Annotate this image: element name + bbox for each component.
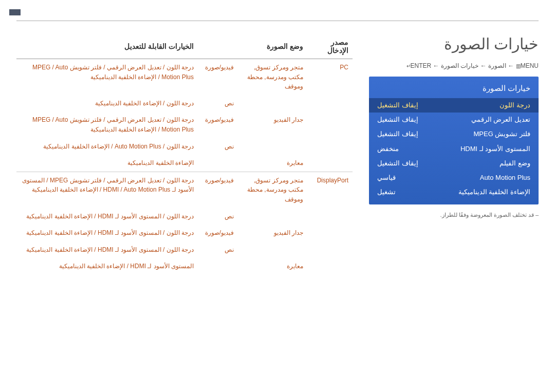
cell-options: درجة اللون / المستوى الأسود لـ HDMI / ال… xyxy=(16,225,198,241)
cell-mode xyxy=(238,138,307,155)
table-row: DisplayPortمتجر ومركز تسوق, مكتب ومدرسة,… xyxy=(16,172,353,208)
menu-icon: ▥ xyxy=(516,63,521,69)
top-rule xyxy=(16,21,539,21)
enter-label: ENTER xyxy=(411,62,432,69)
menu-item-value: إيقاف التشغيل xyxy=(377,101,418,110)
table-row: نصدرجة اللون / Auto Motion Plus / الإضاء… xyxy=(16,138,353,155)
menu-label: MENU xyxy=(521,62,539,69)
cell-source xyxy=(307,241,353,258)
table-row: نصدرجة اللون / المستوى الأسود لـ HDMI / … xyxy=(16,241,353,258)
cell-pic: نص xyxy=(198,241,238,258)
cell-mode xyxy=(238,208,307,225)
table-row: نصدرجة اللون / المستوى الأسود لـ HDMI / … xyxy=(16,208,353,225)
cell-pic: نص xyxy=(198,138,238,155)
table-row: جدار الفيديوفيديو/صورةدرجة اللون / تعديل… xyxy=(16,111,353,138)
arrow-icon: ← xyxy=(433,62,439,69)
cell-pic xyxy=(198,155,238,172)
th-options: الخيارات القابلة للتعديل xyxy=(16,35,198,59)
menu-panel: خيارات الصورة درجة اللونإيقاف التشغيلتعد… xyxy=(369,77,539,204)
cell-pic xyxy=(198,258,238,275)
table-row: معايرةالإضاءة الخلفية الديناميكية xyxy=(16,155,353,172)
cell-source xyxy=(307,225,353,241)
corner-accent xyxy=(9,9,21,15)
cell-options: درجة اللون / المستوى الأسود لـ HDMI / ال… xyxy=(16,208,198,225)
menu-item[interactable]: فلتر تشويش MPEGإيقاف التشغيل xyxy=(369,127,539,141)
menu-item-label: درجة اللون xyxy=(499,101,530,110)
cell-mode: معايرة xyxy=(238,155,307,172)
menu-item-label: وضع الفيلم xyxy=(499,159,530,168)
cell-options: المستوى الأسود لـ HDMI / الإضاءة الخلفية… xyxy=(16,258,198,275)
cell-options: درجة اللون / تعديل العرض الرقمي / فلتر ت… xyxy=(16,59,198,95)
cell-pic: فيديو/صورة xyxy=(198,111,238,138)
menu-item-value: إيقاف التشغيل xyxy=(377,115,418,124)
table-row: جدار الفيديوفيديو/صورةدرجة اللون / المست… xyxy=(16,225,353,241)
menu-item-value: تشغيل xyxy=(377,188,396,197)
cell-source xyxy=(307,208,353,225)
menu-item[interactable]: المستوى الأسود لـ HDMIمنخفض xyxy=(369,142,539,156)
cell-source: DisplayPort xyxy=(307,172,353,208)
breadcrumb: MENU▥ ← الصورة ← خيارات الصورة ← ENTER↵ xyxy=(369,62,539,69)
menu-item-label: تعديل العرض الرقمي xyxy=(471,115,530,124)
menu-item-label: فلتر تشويش MPEG xyxy=(473,129,530,139)
cell-pic: نص xyxy=(198,208,238,225)
cell-source xyxy=(307,258,353,275)
breadcrumb-seg: خيارات الصورة xyxy=(441,62,478,69)
arrow-icon: ← xyxy=(480,62,487,69)
menu-item[interactable]: تعديل العرض الرقميإيقاف التشغيل xyxy=(369,113,539,127)
cell-options: درجة اللون / Auto Motion Plus / الإضاءة … xyxy=(16,138,198,155)
cell-mode: جدار الفيديو xyxy=(238,111,307,138)
menu-item-value: قياسي xyxy=(377,173,396,182)
options-table: مصدر الإدخال وضع الصورة الخيارات القابلة… xyxy=(16,35,353,275)
menu-item[interactable]: درجة اللونإيقاف التشغيل xyxy=(369,98,539,113)
th-source: مصدر الإدخال xyxy=(307,35,353,59)
cell-mode: معايرة xyxy=(238,258,307,275)
menu-item-value: منخفض xyxy=(377,144,399,154)
cell-options: درجة اللون / المستوى الأسود لـ HDMI / ال… xyxy=(16,241,198,258)
table-row: نصدرجة اللون / الإضاءة الخلفية الديناميك… xyxy=(16,95,353,112)
cell-source xyxy=(307,111,353,138)
cell-mode xyxy=(238,95,307,112)
cell-source xyxy=(307,95,353,112)
table-row: معايرةالمستوى الأسود لـ HDMI / الإضاءة ا… xyxy=(16,258,353,275)
cell-pic: فيديو/صورة xyxy=(198,225,238,241)
breadcrumb-seg: الصورة xyxy=(488,62,506,69)
cell-pic: نص xyxy=(198,95,238,112)
cell-mode: متجر ومركز تسوق, مكتب ومدرسة, محطة وموقف xyxy=(238,59,307,95)
panel-title: خيارات الصورة xyxy=(369,82,539,98)
cell-pic: فيديو/صورة xyxy=(198,172,238,208)
menu-item[interactable]: وضع الفيلمإيقاف التشغيل xyxy=(369,156,539,171)
menu-item[interactable]: الإضاءة الخلفية الديناميكيةتشغيل xyxy=(369,185,539,199)
cell-source xyxy=(307,155,353,172)
page-title: خيارات الصورة xyxy=(369,35,539,53)
menu-item-value: إيقاف التشغيل xyxy=(377,159,418,168)
model-note: – قد تختلف الصورة المعروضة وفقًا للطراز. xyxy=(369,212,539,218)
cell-mode xyxy=(238,241,307,258)
arrow-icon: ← xyxy=(508,62,514,69)
menu-item-label: المستوى الأسود لـ HDMI xyxy=(460,144,530,154)
menu-item-label: Auto Motion Plus xyxy=(480,173,530,182)
cell-options: درجة اللون / تعديل العرض الرقمي / فلتر ت… xyxy=(16,111,198,138)
menu-item[interactable]: Auto Motion Plusقياسي xyxy=(369,171,539,185)
menu-item-label: الإضاءة الخلفية الديناميكية xyxy=(458,188,530,197)
cell-pic: فيديو/صورة xyxy=(198,59,238,95)
cell-source: PC xyxy=(307,59,353,95)
table-row: PCمتجر ومركز تسوق, مكتب ومدرسة, محطة ومو… xyxy=(16,59,353,95)
enter-icon: ↵ xyxy=(406,63,411,69)
cell-options: درجة اللون / الإضاءة الخلفية الديناميكية xyxy=(16,95,198,112)
cell-source xyxy=(307,138,353,155)
menu-item-value: إيقاف التشغيل xyxy=(377,129,418,139)
cell-options: الإضاءة الخلفية الديناميكية xyxy=(16,155,198,172)
cell-options: درجة اللون / تعديل العرض الرقمي / فلتر ت… xyxy=(16,172,198,208)
cell-mode: جدار الفيديو xyxy=(238,225,307,241)
th-picmode: وضع الصورة xyxy=(198,35,307,59)
cell-mode: متجر ومركز تسوق, مكتب ومدرسة, محطة وموقف xyxy=(238,172,307,208)
